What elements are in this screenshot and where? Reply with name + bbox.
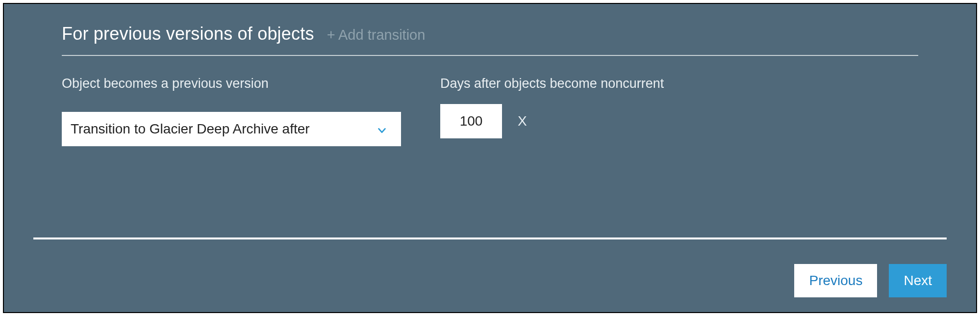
days-row: X bbox=[440, 104, 664, 138]
days-field-group: Days after objects become noncurrent X bbox=[440, 75, 664, 138]
remove-transition-button[interactable]: X bbox=[514, 110, 531, 132]
chevron-down-icon bbox=[377, 124, 387, 134]
days-field-label: Days after objects become noncurrent bbox=[440, 75, 664, 92]
days-input[interactable] bbox=[440, 104, 502, 138]
lifecycle-previous-versions-panel: For previous versions of objects + Add t… bbox=[3, 3, 977, 313]
section-divider bbox=[33, 237, 947, 239]
transition-select[interactable]: Transition to Glacier Deep Archive after bbox=[62, 112, 401, 146]
transition-select-value: Transition to Glacier Deep Archive after bbox=[71, 121, 310, 137]
next-button[interactable]: Next bbox=[889, 264, 947, 297]
previous-button[interactable]: Previous bbox=[794, 264, 877, 297]
wizard-footer: Previous Next bbox=[794, 264, 947, 297]
transition-field-label: Object becomes a previous version bbox=[62, 75, 327, 92]
transition-field-group: Object becomes a previous version Transi… bbox=[62, 75, 401, 146]
section-title: For previous versions of objects bbox=[62, 24, 314, 44]
add-transition-button[interactable]: + Add transition bbox=[327, 27, 426, 43]
fields-row: Object becomes a previous version Transi… bbox=[62, 75, 918, 146]
section-header: For previous versions of objects + Add t… bbox=[62, 24, 918, 56]
